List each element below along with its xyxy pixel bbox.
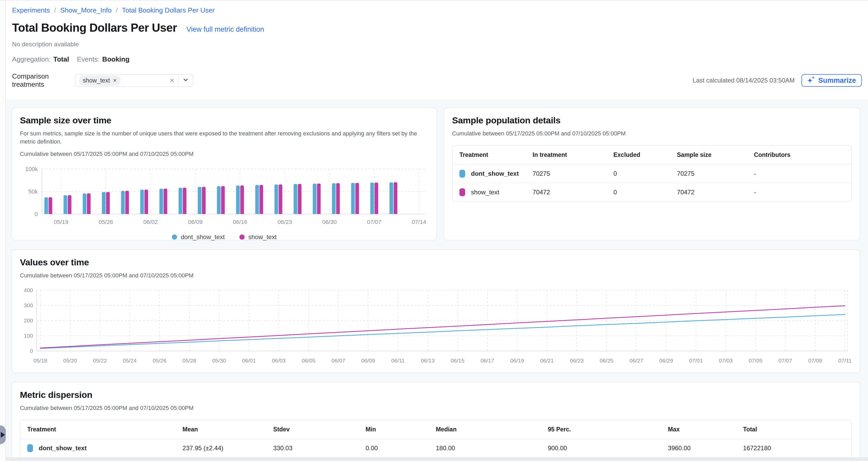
axis-tick-label: 06/23 [570,358,584,364]
axis-tick-label: 06/19 [510,358,524,364]
bar [390,183,393,214]
comparison-filter-row: Comparison treatments show_text × × Last… [12,72,862,89]
column-header: Min [366,426,436,433]
bar [293,184,297,214]
view-metric-definition-link[interactable]: View full metric definition [186,25,264,33]
comparison-treatments-label: Comparison treatments [12,72,75,89]
page-header: Experiments/Show_More_Info/Total Booking… [0,1,868,99]
treatment-color-swatch [459,188,465,196]
axis-tick-label: 05/18 [33,358,48,364]
bar [121,191,125,214]
table-header-row: TreatmentIn treatmentExcludedSample size… [453,146,851,165]
values-over-time-card: Values over time Cumulative between 05/1… [11,249,860,373]
legend-item[interactable]: show_text [239,234,277,241]
metric-dispersion-card: Metric dispersion Cumulative between 05/… [11,382,860,461]
legend-item[interactable]: dont_show_text [172,234,225,241]
population-table: TreatmentIn treatmentExcludedSample size… [452,145,852,202]
chart-legend: dont_show_textshow_text [20,234,429,241]
axis-tick-label: 06/11 [391,358,405,364]
events-label: Events: [77,55,100,63]
table-cell: - [754,189,844,196]
main-content: Sample size over time For sum metrics, s… [0,99,868,461]
axis-tick-label: 07/07 [778,358,792,364]
values-cumulative: Cumulative between 05/17/2025 05:00PM an… [20,272,852,280]
collapsed-sidebar-rail [0,1,6,461]
bottom-scroll-track[interactable] [0,457,868,461]
treatment-name: dont_show_text [471,170,519,177]
table-cell: 70275 [532,170,613,177]
axis-tick-label: 06/15 [451,358,465,364]
table-row: dont_show_text237.95 (±2.44)330.030.0018… [21,439,851,458]
sample-size-title: Sample size over time [20,115,429,125]
sample-size-bar-chart[interactable]: 05/1905/2606/0206/0906/1606/2306/3007/07… [20,163,429,229]
aggregation-label: Aggregation: [12,55,51,63]
bar [68,195,71,214]
comparison-treatments-select[interactable]: show_text × × [75,74,193,87]
bar [202,187,206,214]
axis-tick-label: 05/22 [93,358,107,364]
axis-tick-label: 07/09 [808,358,822,364]
bar [49,197,52,214]
bar [317,184,320,214]
chevron-down-icon[interactable] [182,76,189,84]
sample-size-card: Sample size over time For sum metrics, s… [11,107,437,241]
treatment-chip[interactable]: show_text × [79,75,121,86]
bar [179,188,182,214]
bar [313,184,316,214]
treatment-cell: dont_show_text [27,444,183,452]
axis-tick-label: 06/07 [331,358,345,364]
breadcrumb-link[interactable]: Experiments [12,6,50,14]
events-value: Booking [102,55,129,63]
chip-remove-icon[interactable]: × [113,77,117,84]
bar [164,189,167,214]
treatment-name: dont_show_text [39,444,87,452]
table-cell: 70472 [532,189,613,196]
bar [198,187,202,214]
summarize-button[interactable]: ✦✦ Summarize [802,74,862,87]
bar [44,197,48,214]
axis-tick-label: 07/11 [838,358,852,364]
breadcrumb-link[interactable]: Total Booking Dollars Per User [122,6,215,14]
treatment-color-swatch [27,444,33,452]
table-cell: 70275 [677,170,754,177]
axis-tick-label: 06/09 [361,358,375,364]
column-header: Median [436,426,548,433]
title-row: Total Booking Dollars Per User View full… [12,21,862,34]
aggregation-value: Total [53,55,69,63]
column-header: Excluded [613,151,677,158]
axis-tick-label: 100k [25,166,38,172]
column-header: Max [668,426,743,433]
axis-tick-label: 06/01 [242,358,256,364]
axis-tick-label: 0 [30,348,33,354]
axis-tick-label: 06/30 [322,219,337,225]
breadcrumb-link[interactable]: Show_More_Info [60,6,112,14]
table-cell: 237.95 (±2.44) [183,444,273,452]
clear-selection-icon[interactable]: × [170,76,175,84]
values-line-chart[interactable]: 05/1805/2005/2205/2405/2605/2805/3006/01… [20,286,852,365]
column-header: Treatment [459,151,532,158]
bar [355,183,359,214]
axis-tick-label: 05/26 [153,358,166,364]
legend-label: dont_show_text [181,234,225,241]
summarize-button-label: Summarize [818,76,856,85]
table-cell: 70472 [677,189,754,196]
bar [351,183,355,214]
sample-size-cumulative: Cumulative between 05/17/2025 05:00PM an… [20,150,429,158]
axis-tick-label: 07/14 [412,219,426,225]
bar [140,190,144,214]
treatment-color-swatch [459,170,465,178]
legend-dot [239,235,245,240]
sidebar-expand-button[interactable] [0,425,6,444]
series-line-show_text [40,306,845,348]
column-header: 95 Perc. [548,426,668,433]
chevron-right-icon [1,432,5,438]
table-header-row: TreatmentMeanStdevMinMedian95 Perc.MaxTo… [21,420,851,439]
table-cell: 900.00 [548,444,668,452]
axis-tick-label: 07/03 [719,358,733,364]
axis-tick-label: 06/21 [540,358,554,364]
table-cell: 0.00 [366,444,436,452]
bar [159,189,163,214]
axis-tick-label: 06/02 [143,219,158,225]
axis-tick-label: 07/05 [749,358,763,364]
axis-tick-label: 100 [24,333,33,339]
